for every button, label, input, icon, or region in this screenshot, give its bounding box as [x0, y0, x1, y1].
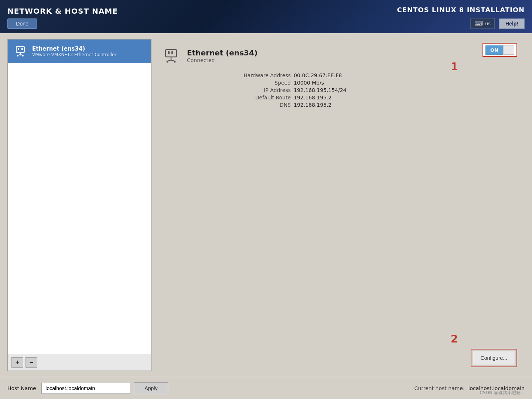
keyboard-label: us — [485, 21, 491, 26]
svg-rect-2 — [21, 48, 23, 50]
list-controls: + − — [8, 354, 151, 371]
detail-row: Default Route 192.168.195.2 — [163, 95, 432, 100]
content-row: Ethernet (ens34) VMware VMXNET3 Ethernet… — [7, 39, 525, 371]
header-left: NETWORK & HOST NAME Done — [7, 7, 118, 29]
svg-rect-6 — [168, 51, 170, 54]
network-item-desc: VMware VMXNET3 Ethernet Controller — [32, 52, 116, 57]
bottom-left: Host Name: Apply — [7, 382, 168, 394]
watermark: CSDN @碳烤小肥杨... — [480, 390, 525, 396]
help-button[interactable]: Help! — [499, 18, 525, 29]
number-badge-2: 2 — [451, 333, 458, 345]
detail-table: Hardware Address 00:0C:29:67:EE:F8 Speed… — [163, 72, 432, 108]
detail-row: IP Address 192.168.195.154/24 — [163, 87, 432, 93]
svg-point-9 — [174, 61, 176, 63]
detail-row: DNS 192.168.195.2 — [163, 102, 432, 108]
page-title: NETWORK & HOST NAME — [7, 7, 118, 16]
right-panel: ON 1 2 Configure... — [443, 39, 525, 371]
remove-network-button[interactable]: − — [25, 357, 37, 368]
device-name: Ethernet (ens34) — [187, 48, 258, 57]
detail-row: Hardware Address 00:0C:29:67:EE:F8 — [163, 72, 432, 78]
detail-row: Speed 10000 Mb/s — [163, 80, 432, 86]
list-item[interactable]: Ethernet (ens34) VMware VMXNET3 Ethernet… — [8, 40, 151, 63]
done-button[interactable]: Done — [7, 18, 37, 29]
detail-label-route: Default Route — [242, 95, 294, 100]
keyboard-icon: ⌨ — [474, 20, 483, 27]
detail-value-speed: 10000 Mb/s — [294, 80, 353, 86]
detail-value-route: 192.168.195.2 — [294, 95, 353, 100]
keyboard-indicator[interactable]: ⌨ us — [470, 18, 495, 29]
current-hostname-label: Current host name: — [415, 385, 465, 391]
svg-point-3 — [17, 55, 18, 57]
toggle-off-area[interactable] — [503, 45, 514, 55]
detail-label-dns: DNS — [242, 102, 294, 108]
network-device-icon — [14, 45, 27, 58]
network-list-panel: Ethernet (ens34) VMware VMXNET3 Ethernet… — [7, 39, 151, 371]
detail-value-ip: 192.168.195.154/24 — [294, 87, 353, 93]
network-item-name: Ethernet (ens34) — [32, 45, 116, 52]
header: NETWORK & HOST NAME Done CENTOS LINUX 8 … — [0, 0, 532, 33]
svg-point-4 — [22, 55, 24, 57]
detail-label-ip: IP Address — [242, 87, 294, 93]
toggle-container[interactable]: ON — [482, 43, 517, 57]
hostname-input[interactable] — [41, 383, 130, 394]
add-network-button[interactable]: + — [11, 357, 23, 368]
svg-rect-0 — [16, 47, 24, 52]
svg-point-8 — [167, 61, 168, 63]
configure-btn-container: Configure... — [471, 349, 517, 367]
toggle-on-label[interactable]: ON — [485, 45, 503, 55]
detail-label-hardware: Hardware Address — [242, 72, 294, 78]
bottom-bar: Host Name: Apply Current host name: loca… — [0, 377, 532, 399]
device-detail-panel: Ethernet (ens34) Connected Hardware Addr… — [151, 39, 443, 371]
svg-rect-5 — [166, 50, 177, 57]
svg-rect-7 — [171, 51, 173, 54]
device-status: Connected — [187, 57, 258, 63]
detail-value-hardware: 00:0C:29:67:EE:F8 — [294, 72, 353, 78]
main-content: Ethernet (ens34) VMware VMXNET3 Ethernet… — [0, 33, 532, 377]
device-info: Ethernet (ens34) Connected — [187, 48, 258, 63]
network-item-info: Ethernet (ens34) VMware VMXNET3 Ethernet… — [32, 45, 116, 57]
detail-value-dns: 192.168.195.2 — [294, 102, 353, 108]
centos-title: CENTOS LINUX 8 INSTALLATION — [397, 6, 525, 14]
configure-button[interactable]: Configure... — [473, 351, 515, 365]
device-header: Ethernet (ens34) Connected — [163, 47, 432, 65]
apply-button[interactable]: Apply — [134, 382, 168, 394]
svg-rect-1 — [18, 48, 19, 50]
network-list: Ethernet (ens34) VMware VMXNET3 Ethernet… — [8, 40, 151, 354]
device-icon — [163, 47, 181, 65]
detail-label-speed: Speed — [242, 80, 294, 86]
header-right: CENTOS LINUX 8 INSTALLATION ⌨ us Help! — [397, 6, 525, 29]
number-badge-1: 1 — [451, 61, 458, 73]
hostname-label: Host Name: — [7, 385, 38, 391]
